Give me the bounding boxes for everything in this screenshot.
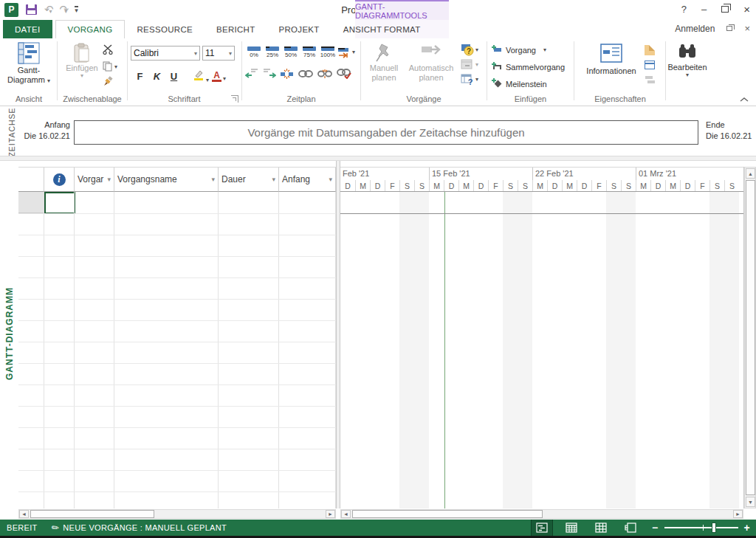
italic-button[interactable]: K xyxy=(150,69,164,83)
move-task-button[interactable]: ▾ xyxy=(461,58,478,71)
underline-button[interactable]: U xyxy=(167,69,181,83)
chart-hscroll-thumb[interactable] xyxy=(352,510,543,518)
font-color-button[interactable]: A ▾ xyxy=(212,72,226,82)
timeline-placeholder-box[interactable]: Vorgänge mit Datumsangaben der Zeitachse… xyxy=(74,120,698,145)
manually-schedule-button[interactable]: Manuell planen xyxy=(363,43,405,83)
scroll-up-button[interactable]: ▲ xyxy=(746,168,755,179)
copy-button[interactable]: ▾ xyxy=(103,61,117,72)
close-ribbon-icon[interactable]: × xyxy=(744,23,750,34)
redo-button[interactable]: ↷▾ xyxy=(60,4,68,15)
tab-format[interactable]: FORMAT xyxy=(372,20,433,38)
tab-datei[interactable]: DATEI xyxy=(3,20,52,38)
unlink-tasks-button[interactable] xyxy=(317,69,332,81)
selected-row-header[interactable] xyxy=(18,192,44,213)
percent-complete-50-button[interactable]: 50% xyxy=(282,44,300,61)
column-header-mode[interactable]: Vorgar▾ xyxy=(75,168,114,192)
paste-button[interactable]: Einfügen ▾ xyxy=(63,43,101,79)
filter-arrow-icon[interactable]: ▾ xyxy=(211,176,215,183)
help-button[interactable]: ? xyxy=(681,4,687,15)
tab-vorgang[interactable]: VORGANG xyxy=(55,20,126,38)
task-usage-shortcut[interactable] xyxy=(560,520,583,536)
percent-complete-25-button[interactable]: 25% xyxy=(264,44,281,61)
indent-button[interactable] xyxy=(263,68,276,82)
auto-schedule-button[interactable]: Automatisch planen xyxy=(405,43,458,83)
percent-complete-100-button[interactable]: 100% xyxy=(319,44,337,61)
bold-button[interactable]: F xyxy=(133,69,147,83)
gantt-chart-area[interactable] xyxy=(340,192,743,508)
signin-link[interactable]: Anmelden xyxy=(675,24,715,34)
column-header-anfang[interactable]: Anfang▾ xyxy=(279,168,336,192)
format-painter-button[interactable] xyxy=(103,76,117,89)
column-header-info[interactable]: i xyxy=(44,168,75,192)
inactivate-button[interactable] xyxy=(337,69,351,81)
new-tasks-mode-button[interactable]: ✎ NEUE VORGÄNGE : MANUELL GEPLANT xyxy=(52,523,227,533)
font-name-combo[interactable]: Calibri▾ xyxy=(131,46,200,61)
collapse-ribbon-icon[interactable] xyxy=(740,97,749,103)
filter-arrow-icon[interactable]: ▾ xyxy=(329,176,332,183)
table-hscroll-thumb[interactable] xyxy=(30,510,154,518)
tab-bericht[interactable]: BERICHT xyxy=(205,20,267,38)
selected-cell[interactable] xyxy=(44,192,75,214)
week-label: 22 Feb '21 xyxy=(535,169,574,178)
split-task-button[interactable] xyxy=(281,68,294,82)
respect-links-dropdown[interactable]: ▾ xyxy=(352,49,355,55)
save-icon[interactable] xyxy=(26,4,37,15)
tab-ressource[interactable]: RESSOURCE xyxy=(125,20,205,38)
scroll-down-button[interactable]: ▼ xyxy=(746,497,755,507)
font-size-combo[interactable]: 11▾ xyxy=(202,46,235,61)
vertical-scroll-thumb[interactable] xyxy=(746,180,755,495)
font-dialog-launcher-icon[interactable] xyxy=(231,95,238,103)
column-header-rownum[interactable] xyxy=(18,168,44,192)
resource-sheet-shortcut[interactable] xyxy=(619,520,642,536)
tab-projekt[interactable]: PROJEKT xyxy=(267,20,331,38)
vertical-scrollbar[interactable]: ▲ ▼ xyxy=(744,167,756,508)
task-inspector-button[interactable]: ? ▾ xyxy=(461,44,478,56)
ribbon-display-options-icon[interactable] xyxy=(726,26,732,31)
table-hscrollbar[interactable]: ◄ ► xyxy=(18,509,336,519)
task-information-button[interactable]: Informationen xyxy=(580,43,643,75)
insert-sammelvorgang-button[interactable]: Sammelvorgang xyxy=(491,61,565,73)
table-body[interactable] xyxy=(18,192,336,508)
timeline-pane[interactable]: ZEITACHSE Anfang Die 16.02.21 Vorgänge m… xyxy=(0,108,756,156)
link-icon xyxy=(298,69,313,78)
table-scroll-right-button[interactable]: ► xyxy=(326,510,335,518)
zoom-slider[interactable] xyxy=(664,527,738,528)
customize-qat-button[interactable]: ▾ xyxy=(75,6,78,13)
close-button[interactable]: × xyxy=(743,3,750,15)
minimize-button[interactable]: – xyxy=(701,4,707,15)
highlight-color-button[interactable]: ▾ xyxy=(193,69,209,83)
percent-complete-0-button[interactable]: 0% xyxy=(245,44,263,61)
table-scroll-left-button[interactable]: ◄ xyxy=(19,510,29,518)
restore-button[interactable] xyxy=(721,6,729,13)
outdent-button[interactable] xyxy=(245,68,258,82)
percent-complete-75-button[interactable]: 75% xyxy=(300,44,318,61)
horizontal-splitter[interactable] xyxy=(0,156,756,161)
respect-links-button[interactable] xyxy=(337,46,351,61)
gantt-chart-view-button[interactable]: Gantt-Diagramm ▾ xyxy=(3,42,55,86)
chart-scroll-right-button[interactable]: ► xyxy=(733,510,743,518)
cut-button[interactable] xyxy=(103,44,117,57)
zoom-in-button[interactable]: + xyxy=(744,522,750,534)
editing-button[interactable]: Bearbeiten ▾ xyxy=(667,43,708,78)
chart-scroll-left-button[interactable]: ◄ xyxy=(341,510,351,518)
filter-arrow-icon[interactable]: ▾ xyxy=(107,176,111,183)
add-to-timeline-button[interactable] xyxy=(645,73,656,86)
undo-button[interactable]: ↶▾ xyxy=(44,4,52,15)
column-header-dauer[interactable]: Dauer▾ xyxy=(219,168,279,192)
team-planner-shortcut[interactable] xyxy=(590,520,612,536)
insert-meilenstein-button[interactable]: Meilenstein xyxy=(491,77,565,90)
font-size-value: 11 xyxy=(205,48,214,58)
chart-hscrollbar[interactable]: ◄ ► xyxy=(340,509,743,519)
task-mode-button[interactable]: ? ▾ xyxy=(461,73,478,86)
display-details-button[interactable] xyxy=(645,58,656,71)
filter-arrow-icon[interactable]: ▾ xyxy=(272,176,275,183)
app-icon[interactable]: P xyxy=(4,3,18,17)
day-label: M xyxy=(458,180,473,192)
column-header-name[interactable]: Vorgangsname▾ xyxy=(114,168,219,192)
gantt-view-shortcut[interactable] xyxy=(531,520,553,536)
task-notes-button[interactable] xyxy=(645,44,656,56)
zoom-thumb[interactable] xyxy=(712,523,716,533)
zoom-out-button[interactable]: − xyxy=(652,522,658,534)
insert-vorgang-button[interactable]: Vorgang▾ xyxy=(491,44,565,56)
link-tasks-button[interactable] xyxy=(298,69,313,80)
